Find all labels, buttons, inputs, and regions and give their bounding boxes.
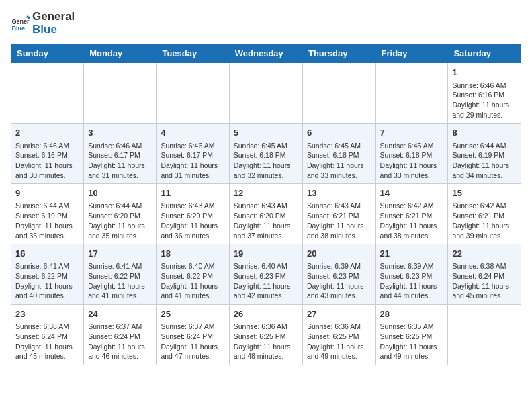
day-info: Sunrise: 6:46 AM Sunset: 6:16 PM Dayligh…: [452, 81, 517, 120]
calendar-cell: 4Sunrise: 6:46 AM Sunset: 6:17 PM Daylig…: [157, 124, 229, 184]
calendar-week-2: 2Sunrise: 6:46 AM Sunset: 6:16 PM Daylig…: [11, 124, 521, 184]
calendar-cell: [11, 63, 84, 124]
day-info: Sunrise: 6:42 AM Sunset: 6:21 PM Dayligh…: [380, 201, 444, 240]
col-header-tuesday: Tuesday: [157, 44, 229, 63]
day-number: 27: [307, 308, 371, 320]
svg-text:Blue: Blue: [11, 24, 25, 31]
day-number: 8: [452, 127, 517, 139]
calendar-week-4: 16Sunrise: 6:41 AM Sunset: 6:22 PM Dayli…: [11, 244, 521, 305]
calendar-cell: 9Sunrise: 6:44 AM Sunset: 6:19 PM Daylig…: [11, 184, 84, 244]
day-info: Sunrise: 6:42 AM Sunset: 6:21 PM Dayligh…: [452, 201, 517, 240]
day-info: Sunrise: 6:35 AM Sunset: 6:25 PM Dayligh…: [380, 322, 444, 361]
calendar-cell: 10Sunrise: 6:44 AM Sunset: 6:20 PM Dayli…: [84, 184, 157, 244]
day-number: 10: [88, 187, 152, 199]
calendar-cell: [84, 63, 157, 124]
logo-icon: General Blue: [11, 14, 30, 33]
day-number: 17: [88, 248, 152, 260]
svg-text:General: General: [11, 18, 30, 25]
day-number: 22: [452, 248, 517, 260]
day-info: Sunrise: 6:38 AM Sunset: 6:24 PM Dayligh…: [452, 261, 517, 301]
page-header: General Blue General Blue: [11, 11, 521, 36]
calendar-cell: [229, 63, 302, 124]
day-number: 11: [161, 187, 224, 199]
day-info: Sunrise: 6:41 AM Sunset: 6:22 PM Dayligh…: [88, 261, 152, 301]
day-info: Sunrise: 6:39 AM Sunset: 6:23 PM Dayligh…: [380, 261, 444, 301]
calendar-cell: [448, 305, 521, 365]
col-header-friday: Friday: [375, 44, 448, 63]
calendar-cell: 11Sunrise: 6:43 AM Sunset: 6:20 PM Dayli…: [157, 184, 229, 244]
day-number: 6: [307, 127, 371, 139]
col-header-sunday: Sunday: [11, 44, 84, 63]
day-info: Sunrise: 6:40 AM Sunset: 6:23 PM Dayligh…: [234, 261, 298, 301]
day-number: 28: [380, 308, 444, 320]
calendar-cell: 8Sunrise: 6:44 AM Sunset: 6:19 PM Daylig…: [448, 124, 521, 184]
day-number: 5: [234, 127, 298, 139]
day-info: Sunrise: 6:46 AM Sunset: 6:17 PM Dayligh…: [88, 141, 152, 181]
logo-blue: Blue: [32, 24, 75, 36]
calendar-cell: 25Sunrise: 6:37 AM Sunset: 6:24 PM Dayli…: [157, 305, 229, 365]
calendar-table: SundayMondayTuesdayWednesdayThursdayFrid…: [11, 44, 521, 365]
col-header-saturday: Saturday: [448, 44, 521, 63]
day-info: Sunrise: 6:45 AM Sunset: 6:18 PM Dayligh…: [307, 141, 371, 181]
calendar-cell: 16Sunrise: 6:41 AM Sunset: 6:22 PM Dayli…: [11, 244, 84, 305]
col-header-monday: Monday: [84, 44, 157, 63]
day-number: 3: [88, 127, 152, 139]
day-info: Sunrise: 6:44 AM Sunset: 6:19 PM Dayligh…: [15, 201, 79, 240]
calendar-cell: 20Sunrise: 6:39 AM Sunset: 6:23 PM Dayli…: [302, 244, 375, 305]
day-info: Sunrise: 6:36 AM Sunset: 6:25 PM Dayligh…: [307, 322, 371, 361]
day-number: 14: [380, 187, 444, 199]
calendar-cell: 2Sunrise: 6:46 AM Sunset: 6:16 PM Daylig…: [11, 124, 84, 184]
day-info: Sunrise: 6:40 AM Sunset: 6:22 PM Dayligh…: [161, 261, 224, 301]
day-info: Sunrise: 6:43 AM Sunset: 6:20 PM Dayligh…: [161, 201, 224, 240]
day-number: 12: [234, 187, 298, 199]
day-number: 4: [161, 127, 224, 139]
calendar-cell: 15Sunrise: 6:42 AM Sunset: 6:21 PM Dayli…: [448, 184, 521, 244]
logo: General Blue General Blue: [11, 11, 75, 36]
calendar-cell: 28Sunrise: 6:35 AM Sunset: 6:25 PM Dayli…: [375, 305, 448, 365]
day-number: 20: [307, 248, 371, 260]
calendar-cell: 21Sunrise: 6:39 AM Sunset: 6:23 PM Dayli…: [375, 244, 448, 305]
calendar-cell: 7Sunrise: 6:45 AM Sunset: 6:18 PM Daylig…: [375, 124, 448, 184]
calendar-cell: 27Sunrise: 6:36 AM Sunset: 6:25 PM Dayli…: [302, 305, 375, 365]
day-number: 9: [15, 187, 79, 199]
day-number: 18: [161, 248, 224, 260]
day-info: Sunrise: 6:44 AM Sunset: 6:19 PM Dayligh…: [452, 141, 517, 181]
calendar-cell: [157, 63, 229, 124]
calendar-week-3: 9Sunrise: 6:44 AM Sunset: 6:19 PM Daylig…: [11, 184, 521, 244]
calendar-cell: 18Sunrise: 6:40 AM Sunset: 6:22 PM Dayli…: [157, 244, 229, 305]
calendar-cell: 13Sunrise: 6:43 AM Sunset: 6:21 PM Dayli…: [302, 184, 375, 244]
calendar-cell: 6Sunrise: 6:45 AM Sunset: 6:18 PM Daylig…: [302, 124, 375, 184]
calendar-cell: 26Sunrise: 6:36 AM Sunset: 6:25 PM Dayli…: [229, 305, 302, 365]
day-number: 2: [15, 127, 79, 139]
calendar-cell: 14Sunrise: 6:42 AM Sunset: 6:21 PM Dayli…: [375, 184, 448, 244]
calendar-cell: 12Sunrise: 6:43 AM Sunset: 6:20 PM Dayli…: [229, 184, 302, 244]
day-number: 7: [380, 127, 444, 139]
calendar-header-row: SundayMondayTuesdayWednesdayThursdayFrid…: [11, 44, 521, 63]
day-info: Sunrise: 6:38 AM Sunset: 6:24 PM Dayligh…: [15, 322, 79, 361]
day-info: Sunrise: 6:36 AM Sunset: 6:25 PM Dayligh…: [234, 322, 298, 361]
day-info: Sunrise: 6:46 AM Sunset: 6:17 PM Dayligh…: [161, 141, 224, 181]
day-info: Sunrise: 6:44 AM Sunset: 6:20 PM Dayligh…: [88, 201, 152, 240]
day-number: 21: [380, 248, 444, 260]
day-number: 16: [15, 248, 79, 260]
day-number: 15: [452, 187, 517, 199]
calendar-cell: 22Sunrise: 6:38 AM Sunset: 6:24 PM Dayli…: [448, 244, 521, 305]
day-number: 26: [234, 308, 298, 320]
day-number: 24: [88, 308, 152, 320]
calendar-cell: 23Sunrise: 6:38 AM Sunset: 6:24 PM Dayli…: [11, 305, 84, 365]
day-number: 1: [452, 66, 517, 79]
day-info: Sunrise: 6:37 AM Sunset: 6:24 PM Dayligh…: [88, 322, 152, 361]
day-info: Sunrise: 6:41 AM Sunset: 6:22 PM Dayligh…: [15, 261, 79, 301]
day-number: 25: [161, 308, 224, 320]
calendar-cell: 19Sunrise: 6:40 AM Sunset: 6:23 PM Dayli…: [229, 244, 302, 305]
day-info: Sunrise: 6:43 AM Sunset: 6:20 PM Dayligh…: [234, 201, 298, 240]
logo-general: General: [32, 11, 75, 24]
calendar-cell: 1Sunrise: 6:46 AM Sunset: 6:16 PM Daylig…: [448, 63, 521, 124]
calendar-cell: [302, 63, 375, 124]
calendar-week-1: 1Sunrise: 6:46 AM Sunset: 6:16 PM Daylig…: [11, 63, 521, 124]
calendar-cell: [375, 63, 448, 124]
day-number: 13: [307, 187, 371, 199]
day-info: Sunrise: 6:43 AM Sunset: 6:21 PM Dayligh…: [307, 201, 371, 240]
day-number: 19: [234, 248, 298, 260]
day-info: Sunrise: 6:39 AM Sunset: 6:23 PM Dayligh…: [307, 261, 371, 301]
